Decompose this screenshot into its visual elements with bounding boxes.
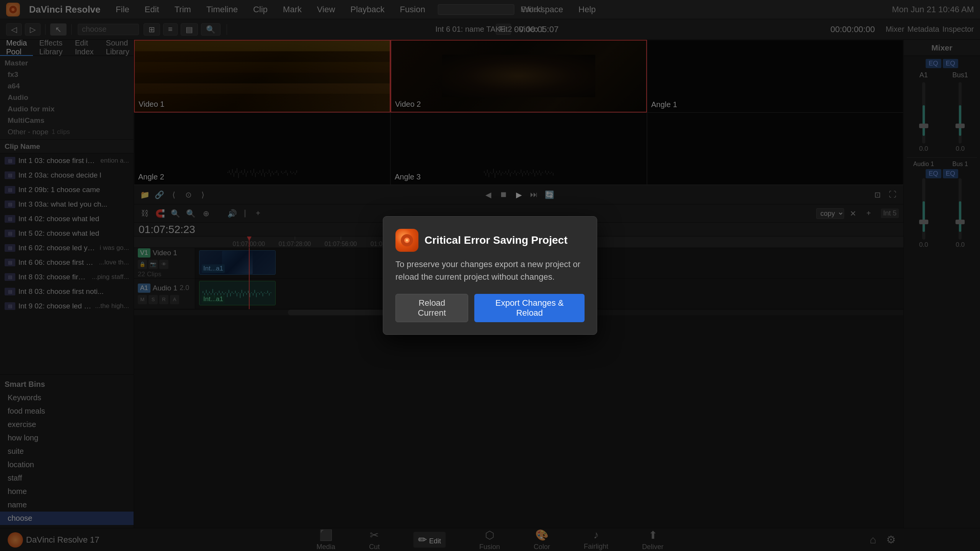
modal-buttons: Reload Current Export Changes & Reload (395, 294, 585, 322)
modal-app-icon (395, 229, 418, 252)
modal-btn-reload-current[interactable]: Reload Current (395, 294, 468, 322)
modal-overlay: Critical Error Saving Project To preserv… (0, 0, 980, 551)
modal-dialog: Critical Error Saving Project To preserv… (383, 216, 597, 335)
modal-icon-svg (400, 233, 414, 247)
modal-btn-export-reload[interactable]: Export Changes & Reload (474, 294, 585, 322)
modal-header: Critical Error Saving Project (395, 229, 585, 252)
modal-body: To preserve your changes export a new pr… (395, 258, 585, 283)
modal-title: Critical Error Saving Project (425, 234, 567, 246)
svg-point-139 (406, 239, 408, 241)
